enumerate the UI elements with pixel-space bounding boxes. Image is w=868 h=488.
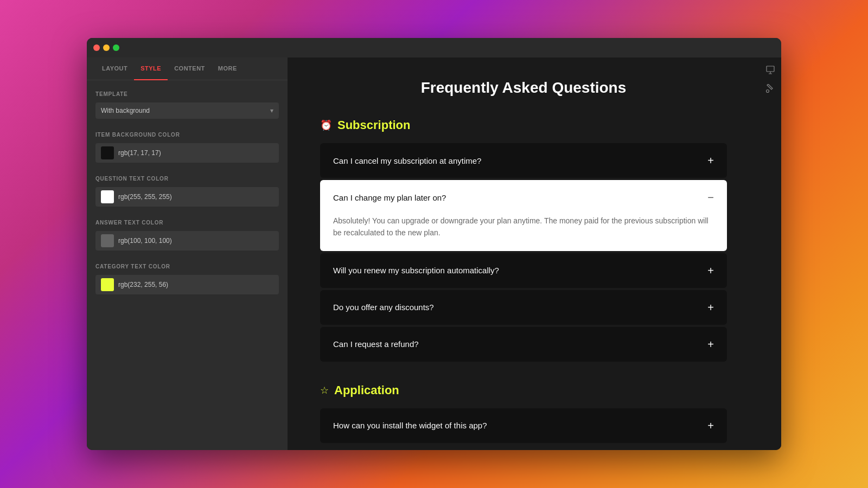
chevron-down-icon: ▾: [270, 107, 273, 114]
template-label: TEMPLATE: [95, 91, 279, 97]
faq-question[interactable]: Can I cancel my subscription at anytime?…: [320, 143, 727, 178]
faq-question-text: Will you renew my subscription automatic…: [333, 266, 499, 275]
category-text-group: CATEGORY TEXT COLOR rgb(232, 255, 56): [95, 264, 279, 294]
answer-text-swatch: [101, 234, 114, 247]
category-subscription: ⏰ Subscription Can I cancel my subscript…: [320, 118, 727, 362]
faq-question-text: How can you install the widget of this a…: [333, 421, 487, 430]
application-faq-list: How can you install the widget of this a…: [320, 408, 727, 443]
faq-item: Do you offer any discounts? +: [320, 290, 727, 325]
svg-point-3: [767, 90, 769, 93]
maximize-button[interactable]: [113, 44, 119, 51]
page-title: Frequently Asked Questions: [320, 79, 727, 97]
template-select[interactable]: With background ▾: [95, 102, 279, 119]
question-text-swatch: [101, 190, 114, 203]
faq-question[interactable]: Can I request a refund? +: [320, 327, 727, 362]
titlebar: [87, 38, 781, 57]
sidebar-panel: TEMPLATE With background ▾ ITEM BACKGROU…: [87, 80, 288, 318]
category-application: ☆ Application How can you install the wi…: [320, 383, 727, 443]
faq-question-text: Do you offer any discounts?: [333, 303, 434, 312]
question-text-color-field[interactable]: rgb(255, 255, 255): [95, 187, 279, 207]
traffic-lights: [93, 44, 119, 51]
category-text-value: rgb(232, 255, 56): [118, 281, 168, 288]
sidebar: LAYOUT STYLE CONTENT MORE TEMPLATE With …: [87, 57, 288, 450]
faq-answer: Absolutely! You can upgrade or downgrade…: [320, 215, 727, 251]
faq-question[interactable]: How can you install the widget of this a…: [320, 408, 727, 443]
sidebar-tabs: LAYOUT STYLE CONTENT MORE: [87, 57, 288, 80]
template-value: With background: [101, 107, 150, 114]
subscription-faq-list: Can I cancel my subscription at anytime?…: [320, 143, 727, 362]
faq-expand-icon: +: [707, 420, 714, 431]
application-title: Application: [334, 383, 399, 397]
main-inner: Frequently Asked Questions ⏰ Subscriptio…: [288, 57, 760, 450]
item-bg-swatch: [101, 146, 114, 159]
template-group: TEMPLATE With background ▾: [95, 91, 279, 119]
subscription-icon: ⏰: [320, 119, 332, 131]
item-bg-color-field[interactable]: rgb(17, 17, 17): [95, 143, 279, 163]
main-content: Frequently Asked Questions ⏰ Subscriptio…: [288, 57, 760, 450]
tab-content[interactable]: CONTENT: [168, 57, 212, 80]
faq-item: Can I request a refund? +: [320, 327, 727, 362]
faq-expand-icon: +: [707, 339, 714, 350]
faq-expand-icon: +: [707, 265, 714, 276]
question-text-value: rgb(255, 255, 255): [118, 193, 172, 201]
app-body: LAYOUT STYLE CONTENT MORE TEMPLATE With …: [87, 57, 781, 450]
faq-item: How can you install the widget of this a…: [320, 408, 727, 443]
svg-rect-0: [767, 66, 774, 72]
category-text-swatch: [101, 278, 114, 291]
paint-icon[interactable]: [762, 80, 778, 97]
question-text-label: QUESTION TEXT COLOR: [95, 176, 279, 182]
faq-question[interactable]: Do you offer any discounts? +: [320, 290, 727, 325]
faq-expand-icon: +: [707, 155, 714, 166]
answer-text-label: ANSWER TEXT COLOR: [95, 220, 279, 226]
question-text-group: QUESTION TEXT COLOR rgb(255, 255, 255): [95, 176, 279, 207]
item-bg-value: rgb(17, 17, 17): [118, 149, 161, 157]
answer-text-group: ANSWER TEXT COLOR rgb(100, 100, 100): [95, 220, 279, 251]
faq-expand-icon: +: [707, 302, 714, 313]
faq-question-text: Can I change my plan later on?: [333, 193, 446, 202]
faq-question-text: Can I cancel my subscription at anytime?: [333, 156, 481, 165]
subscription-title: Subscription: [337, 118, 410, 132]
faq-item: Can I change my plan later on? − Absolut…: [320, 180, 727, 251]
minimize-button[interactable]: [103, 44, 110, 51]
item-bg-group: ITEM BACKGROUND COLOR rgb(17, 17, 17): [95, 132, 279, 163]
monitor-icon[interactable]: [762, 62, 778, 78]
category-subscription-header: ⏰ Subscription: [320, 118, 727, 132]
application-icon: ☆: [320, 384, 329, 396]
close-button[interactable]: [93, 44, 100, 51]
answer-text-value: rgb(100, 100, 100): [118, 237, 172, 245]
tab-style[interactable]: STYLE: [134, 57, 168, 80]
category-text-label: CATEGORY TEXT COLOR: [95, 264, 279, 269]
item-bg-label: ITEM BACKGROUND COLOR: [95, 132, 279, 138]
right-toolbar: [760, 57, 781, 450]
tab-layout[interactable]: LAYOUT: [95, 57, 134, 80]
faq-question[interactable]: Can I change my plan later on? −: [320, 180, 727, 215]
category-application-header: ☆ Application: [320, 383, 727, 397]
faq-item: Will you renew my subscription automatic…: [320, 253, 727, 288]
faq-question-text: Can I request a refund?: [333, 339, 419, 349]
faq-question[interactable]: Will you renew my subscription automatic…: [320, 253, 727, 288]
faq-collapse-icon: −: [707, 192, 714, 203]
answer-text-color-field[interactable]: rgb(100, 100, 100): [95, 231, 279, 251]
faq-item: Can I cancel my subscription at anytime?…: [320, 143, 727, 178]
tab-more[interactable]: MORE: [212, 57, 244, 80]
app-window: LAYOUT STYLE CONTENT MORE TEMPLATE With …: [87, 38, 781, 450]
category-text-color-field[interactable]: rgb(232, 255, 56): [95, 275, 279, 294]
